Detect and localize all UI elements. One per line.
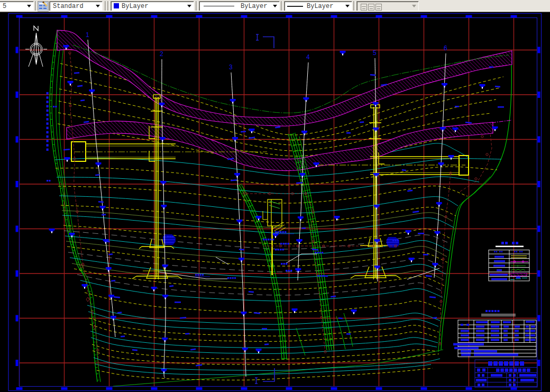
svg-text:5: 5 bbox=[373, 49, 377, 57]
svg-text:6: 6 bbox=[444, 44, 447, 52]
svg-text:2: 2 bbox=[160, 50, 163, 58]
svg-text:3: 3 bbox=[229, 63, 233, 71]
svg-text:4: 4 bbox=[306, 53, 310, 61]
svg-text:1: 1 bbox=[86, 31, 89, 39]
